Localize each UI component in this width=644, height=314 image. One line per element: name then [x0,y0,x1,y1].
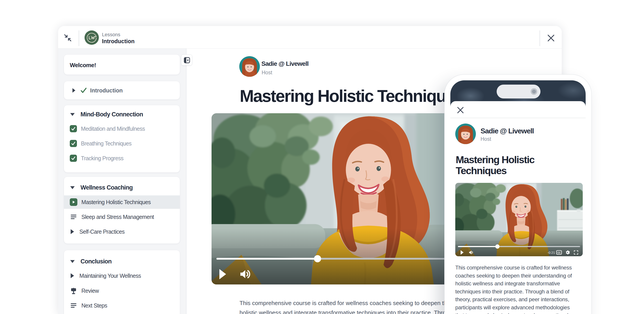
svg-text:CC: CC [558,251,560,254]
